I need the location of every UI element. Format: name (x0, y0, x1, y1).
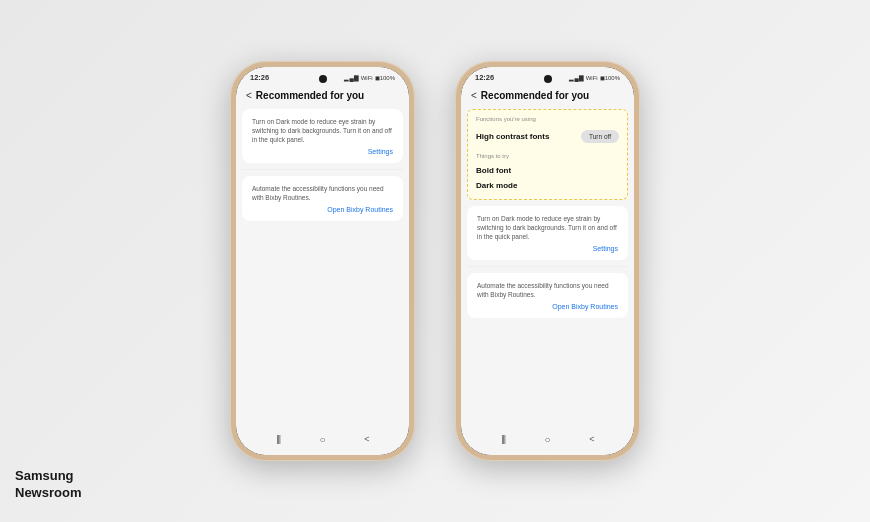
settings-link-left[interactable]: Settings (252, 148, 393, 155)
card2-right: Automate the accessibility functions you… (467, 273, 628, 318)
functions-label: Functions you're using (476, 116, 619, 122)
function-item-0: High contrast fonts Turn off (476, 126, 619, 147)
nav-home-right[interactable]: ○ (539, 431, 555, 447)
nav-back-right[interactable]: < (584, 431, 600, 447)
bixby-link-right[interactable]: Open Bixby Routines (477, 303, 618, 310)
back-arrow-right[interactable]: < (471, 90, 477, 101)
time-right: 12:26 (475, 73, 494, 82)
card1-text-right: Turn on Dark mode to reduce eye strain b… (477, 214, 618, 241)
divider-left (242, 169, 403, 170)
status-icons-left: ▂▄▇ WiFi ◼100% (344, 74, 395, 81)
card1-left: Turn on Dark mode to reduce eye strain b… (242, 109, 403, 163)
card2-text-right: Automate the accessibility functions you… (477, 281, 618, 299)
samsung-name: Samsung (15, 468, 81, 485)
phone-right: 12:26 ▂▄▇ WiFi ◼100% < Recommended for y… (455, 61, 640, 461)
wifi-right: WiFi (586, 75, 598, 81)
card2-left: Automate the accessibility functions you… (242, 176, 403, 221)
main-background: 12:26 ▂▄▇ WiFi ◼100% < Recommended for y… (0, 0, 870, 522)
back-arrow-left[interactable]: < (246, 90, 252, 101)
highlight-box: Functions you're using High contrast fon… (467, 109, 628, 200)
turn-off-button[interactable]: Turn off (581, 130, 619, 143)
signal-right: ▂▄▇ (569, 74, 583, 81)
page-header-right: < Recommended for you (461, 84, 634, 105)
function-name-0: High contrast fonts (476, 132, 549, 141)
screen-left: 12:26 ▂▄▇ WiFi ◼100% < Recommended for y… (236, 67, 409, 455)
card1-text-left: Turn on Dark mode to reduce eye strain b… (252, 117, 393, 144)
battery-right: ◼100% (600, 74, 620, 81)
nav-menu-right[interactable]: ||| (495, 431, 511, 447)
content-left: Turn on Dark mode to reduce eye strain b… (236, 105, 409, 423)
try-label: Things to try (476, 153, 619, 159)
page-title-right: Recommended for you (481, 90, 589, 101)
page-title-left: Recommended for you (256, 90, 364, 101)
nav-menu-left[interactable]: ||| (270, 431, 286, 447)
signal-left: ▂▄▇ (344, 74, 358, 81)
settings-link-right[interactable]: Settings (477, 245, 618, 252)
samsung-newsroom-label: Samsung Newsroom (15, 468, 81, 502)
screen-right: 12:26 ▂▄▇ WiFi ◼100% < Recommended for y… (461, 67, 634, 455)
camera-hole-left (319, 75, 327, 83)
try-item-0: Bold font (476, 163, 619, 178)
content-right: Functions you're using High contrast fon… (461, 105, 634, 423)
nav-home-left[interactable]: ○ (314, 431, 330, 447)
card2-text-left: Automate the accessibility functions you… (252, 184, 393, 202)
page-header-left: < Recommended for you (236, 84, 409, 105)
phone-left: 12:26 ▂▄▇ WiFi ◼100% < Recommended for y… (230, 61, 415, 461)
status-icons-right: ▂▄▇ WiFi ◼100% (569, 74, 620, 81)
camera-hole-right (544, 75, 552, 83)
nav-bar-left: ||| ○ < (236, 423, 409, 455)
try-item-1: Dark mode (476, 178, 619, 193)
card1-right: Turn on Dark mode to reduce eye strain b… (467, 206, 628, 260)
battery-left: ◼100% (375, 74, 395, 81)
nav-back-left[interactable]: < (359, 431, 375, 447)
time-left: 12:26 (250, 73, 269, 82)
bixby-link-left[interactable]: Open Bixby Routines (252, 206, 393, 213)
wifi-left: WiFi (361, 75, 373, 81)
nav-bar-right: ||| ○ < (461, 423, 634, 455)
samsung-subtitle: Newsroom (15, 485, 81, 502)
divider-right (467, 266, 628, 267)
